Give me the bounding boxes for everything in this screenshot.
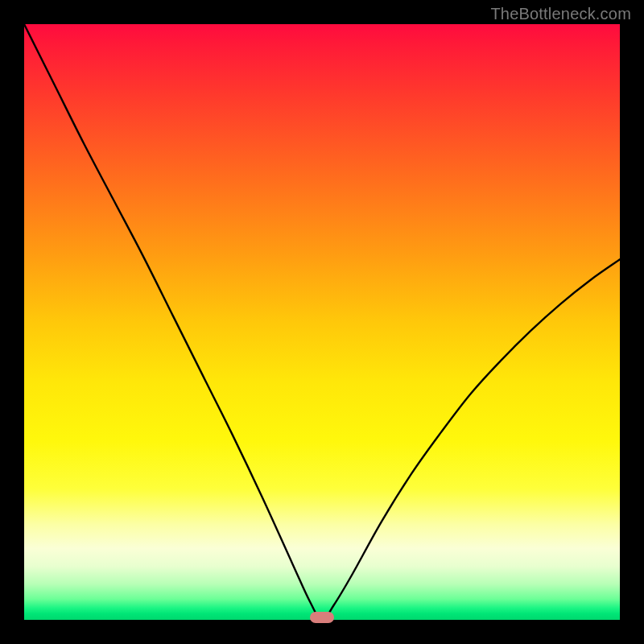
optimal-marker [310,612,334,623]
curve-svg [24,24,620,620]
bottleneck-curve-path [24,24,620,620]
chart-frame: TheBottleneck.com [0,0,644,644]
plot-area [24,24,620,620]
watermark-text: TheBottleneck.com [490,5,631,23]
